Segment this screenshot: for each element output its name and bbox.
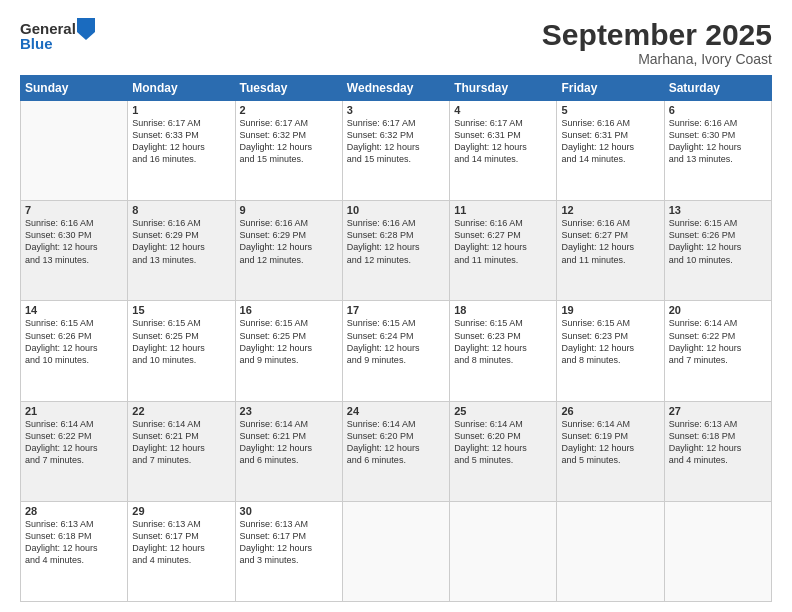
col-sunday: Sunday [21, 76, 128, 101]
calendar-header-row: Sunday Monday Tuesday Wednesday Thursday… [21, 76, 772, 101]
day-number: 19 [561, 304, 659, 316]
day-number: 26 [561, 405, 659, 417]
page-title: September 2025 [542, 18, 772, 51]
calendar-week-row: 28Sunrise: 6:13 AM Sunset: 6:18 PM Dayli… [21, 501, 772, 601]
day-info: Sunrise: 6:15 AM Sunset: 6:23 PM Dayligh… [454, 317, 552, 366]
calendar-day-cell: 20Sunrise: 6:14 AM Sunset: 6:22 PM Dayli… [664, 301, 771, 401]
day-info: Sunrise: 6:16 AM Sunset: 6:30 PM Dayligh… [25, 217, 123, 266]
logo: General Blue [20, 18, 95, 53]
calendar-day-cell: 25Sunrise: 6:14 AM Sunset: 6:20 PM Dayli… [450, 401, 557, 501]
calendar-day-cell: 8Sunrise: 6:16 AM Sunset: 6:29 PM Daylig… [128, 201, 235, 301]
day-info: Sunrise: 6:17 AM Sunset: 6:33 PM Dayligh… [132, 117, 230, 166]
calendar-day-cell: 12Sunrise: 6:16 AM Sunset: 6:27 PM Dayli… [557, 201, 664, 301]
calendar-day-cell: 17Sunrise: 6:15 AM Sunset: 6:24 PM Dayli… [342, 301, 449, 401]
day-info: Sunrise: 6:15 AM Sunset: 6:26 PM Dayligh… [25, 317, 123, 366]
day-info: Sunrise: 6:16 AM Sunset: 6:29 PM Dayligh… [132, 217, 230, 266]
day-number: 5 [561, 104, 659, 116]
day-number: 13 [669, 204, 767, 216]
calendar-table: Sunday Monday Tuesday Wednesday Thursday… [20, 75, 772, 602]
day-number: 16 [240, 304, 338, 316]
day-number: 15 [132, 304, 230, 316]
calendar-day-cell: 9Sunrise: 6:16 AM Sunset: 6:29 PM Daylig… [235, 201, 342, 301]
day-number: 17 [347, 304, 445, 316]
calendar-day-cell: 4Sunrise: 6:17 AM Sunset: 6:31 PM Daylig… [450, 101, 557, 201]
col-monday: Monday [128, 76, 235, 101]
day-info: Sunrise: 6:14 AM Sunset: 6:21 PM Dayligh… [132, 418, 230, 467]
logo-blue-text: Blue [20, 36, 53, 53]
day-info: Sunrise: 6:14 AM Sunset: 6:21 PM Dayligh… [240, 418, 338, 467]
day-info: Sunrise: 6:16 AM Sunset: 6:29 PM Dayligh… [240, 217, 338, 266]
day-info: Sunrise: 6:16 AM Sunset: 6:30 PM Dayligh… [669, 117, 767, 166]
day-number: 22 [132, 405, 230, 417]
calendar-day-cell: 23Sunrise: 6:14 AM Sunset: 6:21 PM Dayli… [235, 401, 342, 501]
day-info: Sunrise: 6:15 AM Sunset: 6:25 PM Dayligh… [240, 317, 338, 366]
svg-marker-0 [77, 18, 95, 40]
col-wednesday: Wednesday [342, 76, 449, 101]
col-saturday: Saturday [664, 76, 771, 101]
day-number: 7 [25, 204, 123, 216]
calendar-day-cell: 18Sunrise: 6:15 AM Sunset: 6:23 PM Dayli… [450, 301, 557, 401]
calendar-week-row: 7Sunrise: 6:16 AM Sunset: 6:30 PM Daylig… [21, 201, 772, 301]
day-info: Sunrise: 6:17 AM Sunset: 6:31 PM Dayligh… [454, 117, 552, 166]
title-block: September 2025 Marhana, Ivory Coast [542, 18, 772, 67]
calendar-day-cell: 7Sunrise: 6:16 AM Sunset: 6:30 PM Daylig… [21, 201, 128, 301]
day-info: Sunrise: 6:16 AM Sunset: 6:27 PM Dayligh… [561, 217, 659, 266]
day-info: Sunrise: 6:17 AM Sunset: 6:32 PM Dayligh… [240, 117, 338, 166]
day-info: Sunrise: 6:14 AM Sunset: 6:22 PM Dayligh… [669, 317, 767, 366]
day-info: Sunrise: 6:13 AM Sunset: 6:17 PM Dayligh… [240, 518, 338, 567]
calendar-day-cell: 2Sunrise: 6:17 AM Sunset: 6:32 PM Daylig… [235, 101, 342, 201]
calendar-day-cell: 14Sunrise: 6:15 AM Sunset: 6:26 PM Dayli… [21, 301, 128, 401]
calendar-day-cell: 26Sunrise: 6:14 AM Sunset: 6:19 PM Dayli… [557, 401, 664, 501]
day-info: Sunrise: 6:14 AM Sunset: 6:20 PM Dayligh… [454, 418, 552, 467]
col-thursday: Thursday [450, 76, 557, 101]
day-info: Sunrise: 6:15 AM Sunset: 6:25 PM Dayligh… [132, 317, 230, 366]
calendar-day-cell: 29Sunrise: 6:13 AM Sunset: 6:17 PM Dayli… [128, 501, 235, 601]
day-number: 29 [132, 505, 230, 517]
day-info: Sunrise: 6:16 AM Sunset: 6:28 PM Dayligh… [347, 217, 445, 266]
calendar-day-cell: 28Sunrise: 6:13 AM Sunset: 6:18 PM Dayli… [21, 501, 128, 601]
day-info: Sunrise: 6:16 AM Sunset: 6:27 PM Dayligh… [454, 217, 552, 266]
day-info: Sunrise: 6:14 AM Sunset: 6:19 PM Dayligh… [561, 418, 659, 467]
calendar-day-cell [664, 501, 771, 601]
calendar-day-cell [450, 501, 557, 601]
day-info: Sunrise: 6:13 AM Sunset: 6:17 PM Dayligh… [132, 518, 230, 567]
calendar-day-cell: 10Sunrise: 6:16 AM Sunset: 6:28 PM Dayli… [342, 201, 449, 301]
calendar-day-cell: 22Sunrise: 6:14 AM Sunset: 6:21 PM Dayli… [128, 401, 235, 501]
logo-icon [77, 18, 95, 40]
day-number: 18 [454, 304, 552, 316]
day-number: 20 [669, 304, 767, 316]
day-info: Sunrise: 6:14 AM Sunset: 6:22 PM Dayligh… [25, 418, 123, 467]
calendar-day-cell: 5Sunrise: 6:16 AM Sunset: 6:31 PM Daylig… [557, 101, 664, 201]
day-info: Sunrise: 6:17 AM Sunset: 6:32 PM Dayligh… [347, 117, 445, 166]
day-number: 10 [347, 204, 445, 216]
day-number: 12 [561, 204, 659, 216]
day-number: 14 [25, 304, 123, 316]
day-number: 3 [347, 104, 445, 116]
calendar-week-row: 1Sunrise: 6:17 AM Sunset: 6:33 PM Daylig… [21, 101, 772, 201]
day-number: 25 [454, 405, 552, 417]
day-number: 24 [347, 405, 445, 417]
calendar-day-cell: 3Sunrise: 6:17 AM Sunset: 6:32 PM Daylig… [342, 101, 449, 201]
day-info: Sunrise: 6:13 AM Sunset: 6:18 PM Dayligh… [669, 418, 767, 467]
page-subtitle: Marhana, Ivory Coast [542, 51, 772, 67]
day-number: 1 [132, 104, 230, 116]
day-number: 2 [240, 104, 338, 116]
day-number: 27 [669, 405, 767, 417]
day-info: Sunrise: 6:15 AM Sunset: 6:24 PM Dayligh… [347, 317, 445, 366]
calendar-day-cell: 1Sunrise: 6:17 AM Sunset: 6:33 PM Daylig… [128, 101, 235, 201]
day-number: 9 [240, 204, 338, 216]
calendar-day-cell: 24Sunrise: 6:14 AM Sunset: 6:20 PM Dayli… [342, 401, 449, 501]
col-tuesday: Tuesday [235, 76, 342, 101]
day-number: 6 [669, 104, 767, 116]
calendar-day-cell: 11Sunrise: 6:16 AM Sunset: 6:27 PM Dayli… [450, 201, 557, 301]
day-number: 8 [132, 204, 230, 216]
day-info: Sunrise: 6:15 AM Sunset: 6:26 PM Dayligh… [669, 217, 767, 266]
calendar-week-row: 14Sunrise: 6:15 AM Sunset: 6:26 PM Dayli… [21, 301, 772, 401]
day-number: 23 [240, 405, 338, 417]
day-number: 11 [454, 204, 552, 216]
day-number: 4 [454, 104, 552, 116]
calendar-day-cell: 6Sunrise: 6:16 AM Sunset: 6:30 PM Daylig… [664, 101, 771, 201]
calendar-day-cell [21, 101, 128, 201]
calendar-day-cell: 16Sunrise: 6:15 AM Sunset: 6:25 PM Dayli… [235, 301, 342, 401]
calendar-week-row: 21Sunrise: 6:14 AM Sunset: 6:22 PM Dayli… [21, 401, 772, 501]
